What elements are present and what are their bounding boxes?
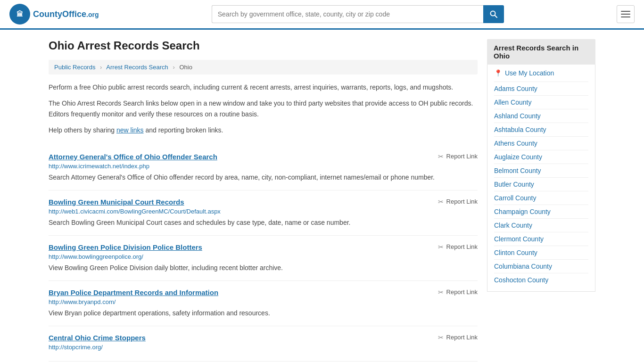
county-link-11[interactable]: Clermont County <box>494 235 544 243</box>
county-link-7[interactable]: Butler County <box>494 181 534 188</box>
county-list-item: Butler County <box>494 177 588 191</box>
result-title-1[interactable]: Bowling Green Municipal Court Records <box>49 198 184 206</box>
county-link-2[interactable]: Ashland County <box>494 112 541 120</box>
report-icon-4: ✂ <box>438 334 444 341</box>
logo-tld: .org <box>86 11 99 18</box>
county-link-13[interactable]: Columbiana County <box>494 263 552 270</box>
breadcrumb-sep-1: › <box>100 64 102 71</box>
county-link-3[interactable]: Ashtabula County <box>494 126 546 133</box>
result-url-3[interactable]: http://www.bryanpd.com/ <box>49 298 478 305</box>
menu-line-3 <box>621 16 630 17</box>
result-header: Attorney General's Office of Ohio Offend… <box>49 153 478 161</box>
description-3: Help others by sharing new links and rep… <box>49 125 478 135</box>
result-header: Bowling Green Police Division Police Blo… <box>49 243 478 251</box>
county-link-14[interactable]: Coshocton County <box>494 276 548 284</box>
result-title-0[interactable]: Attorney General's Office of Ohio Offend… <box>49 153 217 161</box>
result-item: Central Ohio Crime Stoppers ✂ Report Lin… <box>49 326 478 362</box>
report-label-0: Report Link <box>446 153 478 160</box>
result-url-1[interactable]: http://web1.civicacmi.com/BowlingGreenMC… <box>49 208 478 215</box>
report-icon-3: ✂ <box>438 288 444 296</box>
report-link-2[interactable]: ✂ Report Link <box>438 243 478 251</box>
county-list-item: Adams County <box>494 82 588 95</box>
county-list-item: Belmont County <box>494 164 588 177</box>
results-list: Attorney General's Office of Ohio Offend… <box>49 145 478 362</box>
county-link-12[interactable]: Clinton County <box>494 249 537 256</box>
desc3-suffix: and reporting broken links. <box>144 126 223 134</box>
search-button[interactable] <box>483 5 504 23</box>
menu-button[interactable] <box>617 5 635 23</box>
result-header: Central Ohio Crime Stoppers ✂ Report Lin… <box>49 334 478 342</box>
report-label-2: Report Link <box>446 243 478 250</box>
result-desc-3: View Bryan police department operations,… <box>49 308 478 318</box>
county-list-item: Clinton County <box>494 246 588 259</box>
county-link-5[interactable]: Auglaize County <box>494 153 542 161</box>
county-list-item: Allen County <box>494 95 588 109</box>
result-url-0[interactable]: http://www.icrimewatch.net/index.php <box>49 163 478 170</box>
report-label-3: Report Link <box>446 288 478 296</box>
report-label-4: Report Link <box>446 334 478 341</box>
right-sidebar: Arrest Records Search in Ohio 📍 Use My L… <box>487 39 595 362</box>
result-title-3[interactable]: Bryan Police Department Records and Info… <box>49 288 218 296</box>
use-my-location-link[interactable]: 📍 Use My Location <box>494 69 588 77</box>
search-area <box>212 5 504 23</box>
use-my-location-label: Use My Location <box>505 69 554 77</box>
county-link-6[interactable]: Belmont County <box>494 167 541 174</box>
county-list-item: Ashtabula County <box>494 123 588 136</box>
menu-line-1 <box>621 11 630 12</box>
report-link-4[interactable]: ✂ Report Link <box>438 334 478 341</box>
menu-line-2 <box>621 14 630 15</box>
county-link-8[interactable]: Carroll County <box>494 194 536 202</box>
result-header: Bryan Police Department Records and Info… <box>49 288 478 296</box>
county-list: Adams CountyAllen CountyAshland CountyAs… <box>494 82 588 287</box>
breadcrumb: Public Records › Arrest Records Search ›… <box>49 60 478 74</box>
search-input[interactable] <box>212 5 483 23</box>
logo-icon: 🏛 <box>9 4 30 25</box>
report-icon-2: ✂ <box>438 243 444 251</box>
result-header: Bowling Green Municipal Court Records ✂ … <box>49 198 478 206</box>
svg-line-3 <box>495 16 497 18</box>
county-list-item: Athens County <box>494 136 588 150</box>
description-1: Perform a free Ohio public arrest record… <box>49 82 478 92</box>
description-2: The Ohio Arrest Records Search links bel… <box>49 98 478 119</box>
report-link-3[interactable]: ✂ Report Link <box>438 288 478 296</box>
report-link-0[interactable]: ✂ Report Link <box>438 153 478 160</box>
county-list-item: Coshocton County <box>494 273 588 287</box>
county-link-10[interactable]: Clark County <box>494 222 532 229</box>
logo-name: CountyOffice <box>33 9 86 19</box>
result-desc-1: Search Bowling Green Municipal Court cas… <box>49 218 478 228</box>
result-url-2[interactable]: http://www.bowlinggreenpolice.org/ <box>49 253 478 260</box>
county-link-1[interactable]: Allen County <box>494 99 531 106</box>
county-list-item: Ashland County <box>494 109 588 123</box>
result-title-4[interactable]: Central Ohio Crime Stoppers <box>49 334 146 342</box>
desc3-prefix: Help others by sharing <box>49 126 116 134</box>
result-desc-2: View Bowling Green Police Division daily… <box>49 263 478 273</box>
result-item: Bryan Police Department Records and Info… <box>49 281 478 326</box>
county-link-4[interactable]: Athens County <box>494 140 537 147</box>
sidebar-content: 📍 Use My Location Adams CountyAllen Coun… <box>487 65 595 292</box>
result-item: Attorney General's Office of Ohio Offend… <box>49 145 478 190</box>
report-icon-0: ✂ <box>438 153 444 160</box>
svg-text:🏛: 🏛 <box>17 10 23 18</box>
county-list-item: Clark County <box>494 218 588 232</box>
new-links-link[interactable]: new links <box>116 126 144 134</box>
sidebar-title: Arrest Records Search in Ohio <box>487 39 595 65</box>
main-content: Ohio Arrest Records Search Public Record… <box>39 30 605 362</box>
result-title-2[interactable]: Bowling Green Police Division Police Blo… <box>49 243 202 251</box>
search-icon <box>490 10 497 18</box>
header: 🏛 CountyOffice.org <box>0 0 644 30</box>
county-link-9[interactable]: Champaign County <box>494 208 551 215</box>
logo-area: 🏛 CountyOffice.org <box>9 4 99 25</box>
county-list-item: Champaign County <box>494 205 588 218</box>
breadcrumb-ohio: Ohio <box>179 64 192 71</box>
county-list-item: Auglaize County <box>494 150 588 164</box>
report-link-1[interactable]: ✂ Report Link <box>438 198 478 206</box>
breadcrumb-public-records[interactable]: Public Records <box>54 64 95 71</box>
result-item: Bowling Green Municipal Court Records ✂ … <box>49 190 478 236</box>
county-list-item: Columbiana County <box>494 259 588 273</box>
result-url-4[interactable]: http://stopcrime.org/ <box>49 344 478 351</box>
breadcrumb-sep-2: › <box>173 64 174 71</box>
left-panel: Ohio Arrest Records Search Public Record… <box>49 39 478 362</box>
county-link-0[interactable]: Adams County <box>494 85 537 92</box>
logo-text: CountyOffice.org <box>33 9 99 19</box>
breadcrumb-arrest-records[interactable]: Arrest Records Search <box>106 64 168 71</box>
